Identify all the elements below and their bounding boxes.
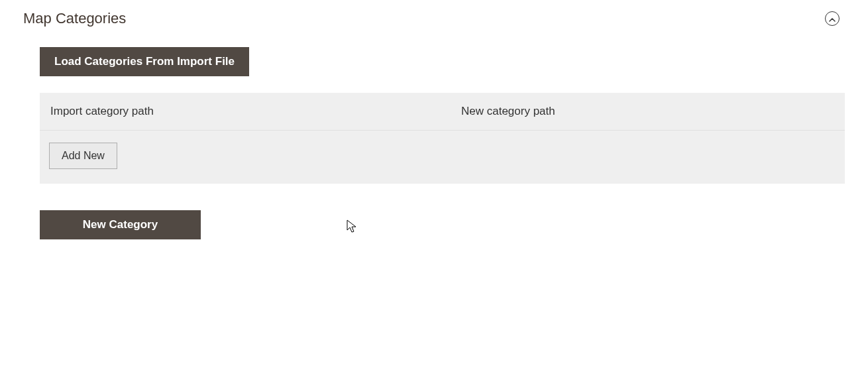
table-header-row: Import category path New category path	[40, 93, 845, 131]
category-mapping-table: Import category path New category path A…	[40, 93, 845, 184]
load-categories-button[interactable]: Load Categories From Import File	[40, 47, 249, 76]
new-category-button[interactable]: New Category	[40, 210, 201, 239]
chevron-up-icon	[829, 13, 836, 25]
section-title: Map Categories	[23, 10, 126, 27]
new-category-wrapper: New Category	[40, 210, 845, 239]
collapse-toggle[interactable]	[825, 11, 840, 26]
column-header-new-path: New category path	[461, 105, 834, 118]
content-area: Load Categories From Import File Import …	[23, 47, 845, 239]
column-header-import-path: Import category path	[50, 105, 461, 118]
add-new-button[interactable]: Add New	[49, 143, 117, 169]
section-header: Map Categories	[23, 10, 845, 27]
table-body: Add New	[40, 131, 845, 184]
